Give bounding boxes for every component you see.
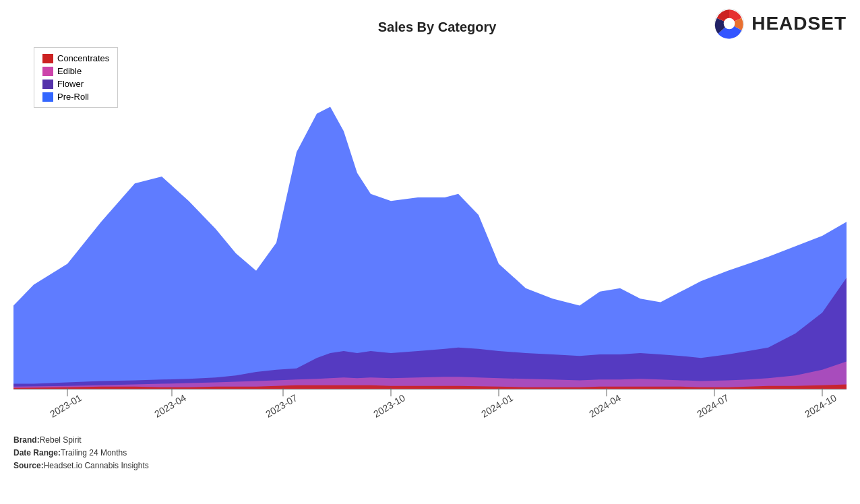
legend-color-flower bbox=[42, 80, 53, 89]
legend-item-preroll: Pre-Roll bbox=[42, 92, 109, 102]
legend-label-preroll: Pre-Roll bbox=[57, 92, 89, 102]
svg-text:2024-04: 2024-04 bbox=[587, 392, 622, 420]
logo-text: HEADSET bbox=[751, 13, 847, 34]
svg-text:2024-01: 2024-01 bbox=[479, 392, 514, 420]
svg-text:2023-10: 2023-10 bbox=[371, 392, 406, 420]
footer-brand: Brand:Rebel Spirit bbox=[13, 434, 847, 447]
legend-label-concentrates: Concentrates bbox=[57, 53, 109, 63]
svg-text:2023-01: 2023-01 bbox=[48, 392, 83, 420]
chart-legend: Concentrates Edible Flower Pre-Roll bbox=[34, 47, 118, 108]
legend-color-edible bbox=[42, 67, 53, 76]
legend-item-edible: Edible bbox=[42, 66, 109, 76]
svg-point-1 bbox=[724, 18, 735, 30]
page-container: Sales By Category HEADSET bbox=[0, 0, 860, 504]
daterange-label: Date Range: bbox=[13, 448, 61, 458]
svg-text:2024-10: 2024-10 bbox=[803, 392, 838, 420]
headset-logo-icon bbox=[712, 7, 746, 40]
legend-color-preroll bbox=[42, 92, 53, 102]
legend-label-flower: Flower bbox=[57, 79, 84, 89]
legend-color-concentrates bbox=[42, 54, 53, 63]
svg-text:2023-04: 2023-04 bbox=[152, 392, 187, 420]
chart-title: Sales By Category bbox=[162, 13, 712, 35]
svg-text:2023-07: 2023-07 bbox=[264, 392, 299, 420]
source-value: Headset.io Cannabis Insights bbox=[44, 461, 149, 470]
brand-value: Rebel Spirit bbox=[40, 435, 82, 445]
legend-label-edible: Edible bbox=[57, 66, 82, 76]
logo-area: HEADSET bbox=[712, 7, 847, 40]
legend-item-concentrates: Concentrates bbox=[42, 53, 109, 63]
chart-svg: 2023-01 2023-04 2023-07 2023-10 2024-01 … bbox=[13, 40, 847, 431]
source-label: Source: bbox=[13, 461, 44, 470]
chart-footer: Brand:Rebel Spirit Date Range:Trailing 2… bbox=[0, 431, 860, 478]
brand-label: Brand: bbox=[13, 435, 40, 445]
legend-item-flower: Flower bbox=[42, 79, 109, 89]
svg-text:2024-07: 2024-07 bbox=[695, 392, 730, 420]
header: Sales By Category HEADSET bbox=[0, 0, 860, 40]
footer-daterange: Date Range:Trailing 24 Months bbox=[13, 447, 847, 460]
daterange-value: Trailing 24 Months bbox=[61, 448, 127, 458]
footer-source: Source:Headset.io Cannabis Insights bbox=[13, 460, 847, 472]
chart-wrapper: Concentrates Edible Flower Pre-Roll bbox=[13, 40, 847, 431]
